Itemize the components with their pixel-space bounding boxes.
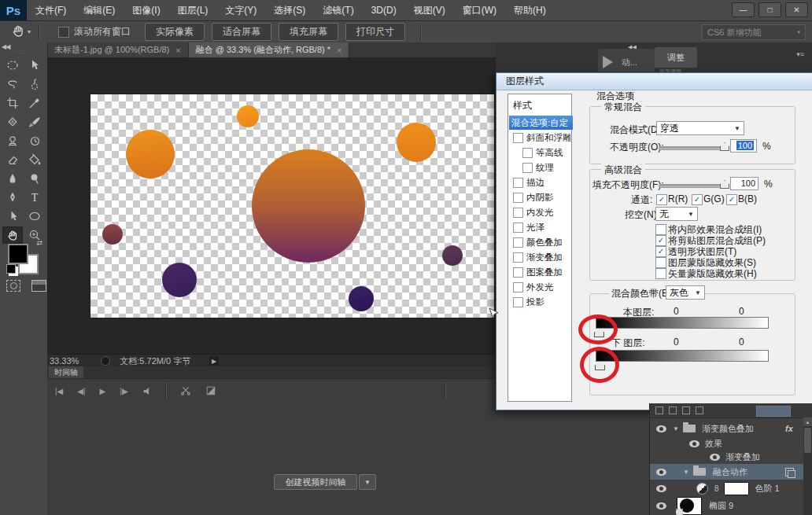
foreground-color-swatch[interactable]	[8, 244, 28, 264]
style-item-contour[interactable]: 等高线	[509, 145, 570, 160]
checkbox[interactable]	[513, 252, 523, 263]
quick-mask-button[interactable]	[6, 280, 20, 292]
split-clip-icon[interactable]	[180, 385, 191, 396]
expand-triangle-icon[interactable]: ▼	[683, 469, 689, 476]
dialog-title-bar[interactable]: 图层样式	[496, 73, 812, 90]
type-tool[interactable]: T	[24, 189, 45, 206]
menu-item-view[interactable]: 视图(V)	[405, 4, 454, 17]
healing-brush-tool[interactable]	[2, 113, 23, 131]
checkbox[interactable]	[513, 178, 523, 188]
layer-row-levels[interactable]: 8 色阶 1	[650, 480, 803, 496]
blend-interior-checkbox[interactable]	[655, 224, 666, 235]
menu-item-image[interactable]: 图像(I)	[124, 4, 168, 17]
fill-opacity-slider[interactable]	[659, 184, 726, 188]
tab-adjustments[interactable]: 调整	[655, 47, 697, 68]
style-item-texture[interactable]: 纹理	[509, 160, 570, 175]
channel-r-checkbox[interactable]: ✓	[656, 194, 667, 205]
scrollbar-thumb[interactable]	[804, 428, 811, 453]
first-frame-button[interactable]: |◀	[55, 387, 63, 395]
quick-selection-tool[interactable]	[24, 75, 45, 93]
layers-scrollbar[interactable]: ▲	[803, 418, 812, 515]
style-item-satin[interactable]: 光泽	[509, 220, 570, 234]
layer-row-fusion-group-selected[interactable]: ▼ 融合动作	[650, 464, 803, 480]
eye-icon[interactable]	[656, 425, 666, 432]
paint-bucket-tool[interactable]	[24, 151, 45, 168]
lock-icon[interactable]	[696, 406, 703, 414]
opacity-slider[interactable]	[659, 146, 726, 150]
tab-untitled[interactable]: 未标题-1.jpg @ 100%(RGB/8) ×	[47, 42, 189, 57]
style-item-drop-shadow[interactable]: 投影	[509, 295, 570, 309]
checkbox[interactable]	[513, 297, 523, 307]
path-selection-tool[interactable]	[2, 208, 23, 225]
scroll-up-icon[interactable]: ▲	[803, 418, 812, 426]
print-size-button[interactable]: 打印尺寸	[345, 23, 405, 41]
lock-icon[interactable]	[682, 406, 690, 414]
fit-screen-button[interactable]: 适合屏幕	[212, 23, 271, 41]
ellipse-shape-tool[interactable]	[24, 208, 45, 225]
style-item-pattern-overlay[interactable]: 图案叠加	[509, 265, 570, 279]
style-item-bevel-emboss[interactable]: 斜面和浮雕	[509, 131, 570, 145]
scroll-all-windows-checkbox[interactable]	[58, 27, 69, 38]
eye-icon[interactable]	[656, 485, 666, 492]
zoom-level-field[interactable]: 33.33%	[50, 356, 79, 366]
menu-item-edit[interactable]: 编辑(E)	[75, 4, 124, 17]
lasso-tool[interactable]	[2, 75, 23, 93]
collapse-panel-icon[interactable]: ◀◀	[2, 43, 9, 50]
default-colors-icon[interactable]	[6, 264, 16, 274]
channel-b-checkbox[interactable]: ✓	[726, 194, 737, 205]
checkbox[interactable]	[513, 208, 523, 218]
play-button[interactable]: ▶	[100, 387, 106, 395]
style-item-gradient-overlay[interactable]: 渐变叠加	[509, 250, 570, 264]
checkbox[interactable]	[513, 133, 523, 143]
close-tab-icon[interactable]: ×	[175, 46, 180, 55]
menu-item-3d[interactable]: 3D(D)	[363, 5, 405, 16]
layer-row-ellipse[interactable]: 椭圆 9	[650, 497, 803, 515]
knockout-dropdown[interactable]: 无▼	[655, 207, 698, 221]
eye-icon[interactable]	[710, 454, 720, 461]
play-action-icon[interactable]	[603, 56, 613, 68]
screen-mode-button[interactable]	[31, 280, 46, 292]
marquee-tool[interactable]	[2, 57, 23, 74]
mute-audio-icon[interactable]	[142, 386, 153, 396]
layer-thumbnail-ellipse[interactable]	[677, 497, 702, 515]
layer-row-effects[interactable]: 效果	[650, 437, 803, 451]
channel-g-checkbox[interactable]: ✓	[692, 194, 703, 205]
menu-item-layer[interactable]: 图层(L)	[169, 4, 217, 17]
vector-mask-hides-checkbox[interactable]	[655, 268, 666, 279]
style-item-stroke[interactable]: 描边	[509, 175, 570, 189]
checkbox[interactable]	[513, 237, 523, 248]
opacity-value-field[interactable]: 100	[730, 139, 757, 153]
history-brush-tool[interactable]	[24, 132, 45, 149]
fx-badge[interactable]: fx	[785, 424, 793, 433]
this-layer-gradient-bar[interactable]	[596, 317, 769, 329]
expand-triangle-icon[interactable]: ▼	[673, 425, 679, 432]
menu-item-window[interactable]: 窗口(W)	[454, 4, 505, 17]
maximize-button[interactable]: □	[758, 2, 781, 17]
checkbox[interactable]	[522, 163, 533, 173]
checkbox[interactable]	[513, 223, 523, 233]
checkbox[interactable]	[513, 282, 523, 292]
layer-mask-thumbnail[interactable]	[724, 482, 749, 495]
style-item-blending-options[interactable]: 混合选项:自定	[509, 116, 573, 130]
blend-mode-dropdown[interactable]: 穿透▼	[656, 121, 744, 135]
panel-menu-icon[interactable]: ▾≡	[796, 50, 804, 58]
move-tool[interactable]	[24, 57, 45, 74]
checkbox[interactable]	[513, 193, 523, 203]
close-button[interactable]: ✕	[785, 2, 808, 17]
menu-item-select[interactable]: 选择(S)	[265, 4, 314, 17]
eye-icon[interactable]	[689, 440, 699, 447]
status-options-arrow-icon[interactable]: ▶	[209, 356, 219, 366]
style-item-inner-glow[interactable]: 内发光	[509, 205, 570, 219]
next-frame-button[interactable]: |▶	[120, 387, 127, 395]
eyedropper-tool[interactable]	[24, 94, 45, 112]
transparency-shapes-checkbox[interactable]: ✓	[655, 246, 666, 257]
minimize-button[interactable]: —	[732, 2, 755, 17]
layer-row-gradient-overlay-effect[interactable]: 渐变叠加	[650, 451, 803, 464]
eye-icon[interactable]	[656, 502, 666, 509]
brush-tool[interactable]	[24, 113, 45, 131]
clone-stamp-tool[interactable]	[2, 132, 23, 149]
checkbox[interactable]	[522, 148, 533, 158]
menu-item-file[interactable]: 文件(F)	[27, 4, 75, 17]
transition-icon[interactable]	[205, 385, 216, 396]
tool-preset-caret-icon[interactable]: ▾	[28, 28, 31, 35]
